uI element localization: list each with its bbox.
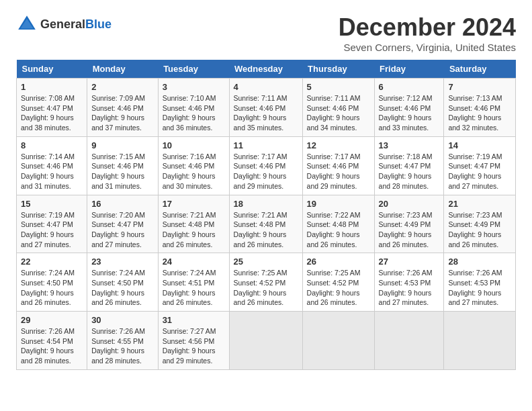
week-row-3: 15Sunrise: 7:19 AMSunset: 4:47 PMDayligh… xyxy=(17,195,516,253)
week-row-2: 8Sunrise: 7:14 AMSunset: 4:46 PMDaylight… xyxy=(17,136,516,195)
day-number: 15 xyxy=(21,199,83,209)
calendar-cell xyxy=(444,312,516,370)
day-number: 6 xyxy=(379,82,440,92)
calendar-cell: 24Sunrise: 7:24 AMSunset: 4:51 PMDayligh… xyxy=(158,253,229,312)
day-detail: Sunrise: 7:26 AMSunset: 4:53 PMDaylight:… xyxy=(379,268,440,308)
day-number: 21 xyxy=(448,199,511,209)
day-number: 7 xyxy=(448,82,511,92)
day-number: 16 xyxy=(91,199,153,209)
day-detail: Sunrise: 7:11 AMSunset: 4:46 PMDaylight:… xyxy=(234,93,298,133)
calendar-table: SundayMondayTuesdayWednesdayThursdayFrid… xyxy=(16,60,516,370)
header: GeneralBlue December 2024 Seven Corners,… xyxy=(16,13,516,53)
weekday-header-sunday: Sunday xyxy=(17,60,87,79)
weekday-header-monday: Monday xyxy=(87,60,158,79)
day-number: 5 xyxy=(307,82,370,92)
calendar-cell: 11Sunrise: 7:17 AMSunset: 4:46 PMDayligh… xyxy=(229,136,302,195)
calendar-cell: 6Sunrise: 7:12 AMSunset: 4:46 PMDaylight… xyxy=(374,79,444,137)
calendar-cell: 19Sunrise: 7:22 AMSunset: 4:48 PMDayligh… xyxy=(302,195,374,253)
logo: GeneralBlue xyxy=(16,13,112,35)
day-detail: Sunrise: 7:10 AMSunset: 4:46 PMDaylight:… xyxy=(163,93,225,133)
calendar-cell: 29Sunrise: 7:26 AMSunset: 4:54 PMDayligh… xyxy=(17,312,87,370)
day-detail: Sunrise: 7:24 AMSunset: 4:50 PMDaylight:… xyxy=(21,268,83,308)
logo-text-general: General xyxy=(40,17,85,31)
day-detail: Sunrise: 7:17 AMSunset: 4:46 PMDaylight:… xyxy=(234,152,298,191)
day-number: 20 xyxy=(379,199,440,209)
week-row-1: 1Sunrise: 7:08 AMSunset: 4:47 PMDaylight… xyxy=(17,79,516,137)
weekday-header-saturday: Saturday xyxy=(444,60,516,79)
calendar-cell: 18Sunrise: 7:21 AMSunset: 4:48 PMDayligh… xyxy=(229,195,302,253)
calendar-cell: 15Sunrise: 7:19 AMSunset: 4:47 PMDayligh… xyxy=(17,195,87,253)
calendar-cell: 5Sunrise: 7:11 AMSunset: 4:46 PMDaylight… xyxy=(302,79,374,137)
calendar-cell: 12Sunrise: 7:17 AMSunset: 4:46 PMDayligh… xyxy=(302,136,374,195)
calendar-cell: 16Sunrise: 7:20 AMSunset: 4:47 PMDayligh… xyxy=(87,195,158,253)
day-detail: Sunrise: 7:17 AMSunset: 4:46 PMDaylight:… xyxy=(307,152,370,191)
location-title: Seven Corners, Virginia, United States xyxy=(339,42,516,53)
day-number: 25 xyxy=(234,257,298,267)
weekday-header-thursday: Thursday xyxy=(302,60,374,79)
weekday-header-friday: Friday xyxy=(374,60,444,79)
calendar-cell: 7Sunrise: 7:13 AMSunset: 4:46 PMDaylight… xyxy=(444,79,516,137)
day-number: 17 xyxy=(163,199,225,209)
logo-icon xyxy=(16,13,38,35)
day-detail: Sunrise: 7:25 AMSunset: 4:52 PMDaylight:… xyxy=(234,268,298,308)
day-detail: Sunrise: 7:14 AMSunset: 4:46 PMDaylight:… xyxy=(21,152,83,191)
calendar-cell: 27Sunrise: 7:26 AMSunset: 4:53 PMDayligh… xyxy=(374,253,444,312)
calendar-cell: 30Sunrise: 7:26 AMSunset: 4:55 PMDayligh… xyxy=(87,312,158,370)
calendar-cell: 26Sunrise: 7:25 AMSunset: 4:52 PMDayligh… xyxy=(302,253,374,312)
calendar-cell: 10Sunrise: 7:16 AMSunset: 4:46 PMDayligh… xyxy=(158,136,229,195)
day-detail: Sunrise: 7:16 AMSunset: 4:46 PMDaylight:… xyxy=(163,152,225,191)
day-number: 11 xyxy=(234,140,298,150)
day-detail: Sunrise: 7:20 AMSunset: 4:47 PMDaylight:… xyxy=(91,210,153,250)
calendar-cell: 9Sunrise: 7:15 AMSunset: 4:46 PMDaylight… xyxy=(87,136,158,195)
day-detail: Sunrise: 7:26 AMSunset: 4:54 PMDaylight:… xyxy=(21,326,83,366)
calendar-cell xyxy=(229,312,302,370)
day-number: 3 xyxy=(163,82,225,92)
day-number: 26 xyxy=(307,257,370,267)
week-row-4: 22Sunrise: 7:24 AMSunset: 4:50 PMDayligh… xyxy=(17,253,516,312)
day-number: 4 xyxy=(234,82,298,92)
calendar-cell: 4Sunrise: 7:11 AMSunset: 4:46 PMDaylight… xyxy=(229,79,302,137)
calendar-cell: 31Sunrise: 7:27 AMSunset: 4:56 PMDayligh… xyxy=(158,312,229,370)
day-number: 12 xyxy=(307,140,370,150)
day-detail: Sunrise: 7:27 AMSunset: 4:56 PMDaylight:… xyxy=(163,326,225,366)
calendar-cell: 1Sunrise: 7:08 AMSunset: 4:47 PMDaylight… xyxy=(17,79,87,137)
calendar-cell: 13Sunrise: 7:18 AMSunset: 4:47 PMDayligh… xyxy=(374,136,444,195)
day-number: 31 xyxy=(163,315,225,325)
day-detail: Sunrise: 7:26 AMSunset: 4:55 PMDaylight:… xyxy=(91,326,153,366)
day-number: 22 xyxy=(21,257,83,267)
day-number: 23 xyxy=(91,257,153,267)
day-number: 13 xyxy=(379,140,440,150)
day-number: 8 xyxy=(21,140,83,150)
calendar-cell: 28Sunrise: 7:26 AMSunset: 4:53 PMDayligh… xyxy=(444,253,516,312)
weekday-header-row: SundayMondayTuesdayWednesdayThursdayFrid… xyxy=(17,60,516,79)
day-detail: Sunrise: 7:25 AMSunset: 4:52 PMDaylight:… xyxy=(307,268,370,308)
logo-text-blue: Blue xyxy=(85,17,112,31)
calendar-cell: 2Sunrise: 7:09 AMSunset: 4:46 PMDaylight… xyxy=(87,79,158,137)
calendar-cell: 14Sunrise: 7:19 AMSunset: 4:47 PMDayligh… xyxy=(444,136,516,195)
day-detail: Sunrise: 7:21 AMSunset: 4:48 PMDaylight:… xyxy=(163,210,225,250)
day-detail: Sunrise: 7:13 AMSunset: 4:46 PMDaylight:… xyxy=(448,93,511,133)
day-number: 10 xyxy=(163,140,225,150)
day-number: 27 xyxy=(379,257,440,267)
day-number: 24 xyxy=(163,257,225,267)
day-detail: Sunrise: 7:08 AMSunset: 4:47 PMDaylight:… xyxy=(21,93,83,133)
day-detail: Sunrise: 7:23 AMSunset: 4:49 PMDaylight:… xyxy=(448,210,511,250)
weekday-header-wednesday: Wednesday xyxy=(229,60,302,79)
day-number: 14 xyxy=(448,140,511,150)
calendar-cell: 20Sunrise: 7:23 AMSunset: 4:49 PMDayligh… xyxy=(374,195,444,253)
day-detail: Sunrise: 7:21 AMSunset: 4:48 PMDaylight:… xyxy=(234,210,298,250)
day-detail: Sunrise: 7:15 AMSunset: 4:46 PMDaylight:… xyxy=(91,152,153,191)
calendar-cell: 17Sunrise: 7:21 AMSunset: 4:48 PMDayligh… xyxy=(158,195,229,253)
day-detail: Sunrise: 7:12 AMSunset: 4:46 PMDaylight:… xyxy=(379,93,440,133)
calendar-cell xyxy=(374,312,444,370)
day-detail: Sunrise: 7:24 AMSunset: 4:51 PMDaylight:… xyxy=(163,268,225,308)
day-detail: Sunrise: 7:18 AMSunset: 4:47 PMDaylight:… xyxy=(379,152,440,191)
calendar-cell: 3Sunrise: 7:10 AMSunset: 4:46 PMDaylight… xyxy=(158,79,229,137)
day-number: 1 xyxy=(21,82,83,92)
week-row-5: 29Sunrise: 7:26 AMSunset: 4:54 PMDayligh… xyxy=(17,312,516,370)
day-detail: Sunrise: 7:26 AMSunset: 4:53 PMDaylight:… xyxy=(448,268,511,308)
day-number: 9 xyxy=(91,140,153,150)
day-detail: Sunrise: 7:11 AMSunset: 4:46 PMDaylight:… xyxy=(307,93,370,133)
day-number: 28 xyxy=(448,257,511,267)
calendar-cell: 23Sunrise: 7:24 AMSunset: 4:50 PMDayligh… xyxy=(87,253,158,312)
